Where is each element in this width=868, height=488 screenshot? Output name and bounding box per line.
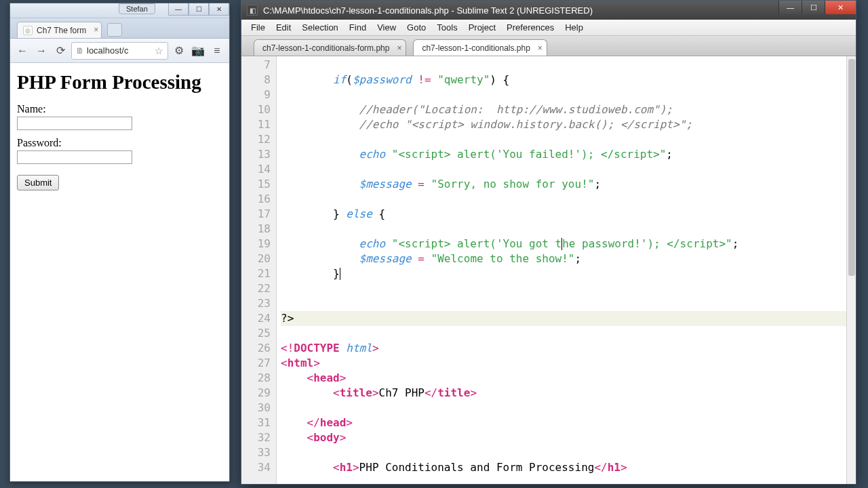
address-bar[interactable]: 🗎 localhost/c ☆ <box>71 42 168 60</box>
back-button[interactable]: ← <box>14 43 31 59</box>
submit-button[interactable]: Submit <box>17 175 59 190</box>
menu-view[interactable]: View <box>372 22 401 33</box>
close-button[interactable]: ✕ <box>209 3 229 16</box>
browser-tabstrip: ◎ Ch7 The form × <box>10 18 229 39</box>
browser-window: Stefan — ☐ ✕ ◎ Ch7 The form × ← → ⟳ 🗎 lo… <box>9 3 230 482</box>
new-tab-button[interactable] <box>107 23 122 37</box>
maximize-button[interactable]: ☐ <box>189 3 209 16</box>
name-input[interactable] <box>17 117 132 130</box>
password-label: Password: <box>17 137 222 149</box>
menu-find[interactable]: Find <box>344 22 372 33</box>
editor-titlebar: ◧ C:\MAMP\htdocs\ch7-lesson-1-conditiona… <box>241 1 856 20</box>
reload-button[interactable]: ⟳ <box>52 43 68 59</box>
menu-icon[interactable]: ≡ <box>209 43 225 59</box>
menu-goto[interactable]: Goto <box>401 22 431 33</box>
forward-button[interactable]: → <box>33 43 50 59</box>
editor-tabstrip: ch7-lesson-1-conditionals-form.php × ch7… <box>241 36 856 56</box>
page-body: PHP Form Processing Name: Password: Subm… <box>10 63 229 481</box>
menu-edit[interactable]: Edit <box>271 22 296 33</box>
editor-tab-label: ch7-lesson-1-conditionals-form.php <box>262 43 389 53</box>
editor-tab-conditionals[interactable]: ch7-lesson-1-conditionals.php × <box>413 39 547 56</box>
editor-minimize-button[interactable]: — <box>778 1 802 14</box>
editor-close-button[interactable]: ✕ <box>825 1 856 14</box>
menu-selection[interactable]: Selection <box>296 22 343 33</box>
window-title: C:\MAMP\htdocs\ch7-lesson-1-conditionals… <box>263 5 593 16</box>
editor-window-controls: — ☐ ✕ <box>778 1 856 14</box>
bookmark-star-icon[interactable]: ☆ <box>155 45 163 56</box>
user-badge[interactable]: Stefan <box>119 3 155 14</box>
menu-bar: File Edit Selection Find View Goto Tools… <box>241 20 856 36</box>
vertical-scrollbar[interactable] <box>846 56 856 484</box>
editor-window: ◧ C:\MAMP\htdocs\ch7-lesson-1-conditiona… <box>241 0 856 485</box>
settings-gear-icon[interactable]: ⚙ <box>171 43 187 59</box>
tab-title: Ch7 The form <box>37 26 86 35</box>
menu-file[interactable]: File <box>245 22 271 33</box>
editor-tab-form[interactable]: ch7-lesson-1-conditionals-form.php × <box>254 39 406 56</box>
url-text: localhost/c <box>87 45 128 56</box>
line-number-gutter: 7891011121314151617181920212223242526272… <box>241 56 277 484</box>
favicon-icon: ◎ <box>23 26 33 35</box>
browser-titlebar: Stefan — ☐ ✕ <box>10 3 229 18</box>
screenshot-camera-icon[interactable]: 📷 <box>190 43 206 59</box>
menu-project[interactable]: Project <box>463 22 501 33</box>
page-icon: 🗎 <box>76 46 84 56</box>
menu-preferences[interactable]: Preferences <box>501 22 559 33</box>
page-heading: PHP Form Processing <box>17 71 222 94</box>
code-editor[interactable]: if($password != "qwerty") { //header("Lo… <box>277 56 856 484</box>
password-input[interactable] <box>17 150 132 164</box>
tab-close-icon[interactable]: × <box>538 43 542 53</box>
tab-close-icon[interactable]: × <box>397 43 401 53</box>
menu-tools[interactable]: Tools <box>431 22 462 33</box>
menu-help[interactable]: Help <box>559 22 589 33</box>
editor-tab-label: ch7-lesson-1-conditionals.php <box>422 43 530 53</box>
scrollbar-thumb[interactable] <box>848 59 855 276</box>
tab-close-icon[interactable]: × <box>94 25 98 35</box>
app-icon: ◧ <box>247 5 258 16</box>
minimize-button[interactable]: — <box>168 3 189 16</box>
browser-tab[interactable]: ◎ Ch7 The form × <box>17 22 102 38</box>
browser-toolbar: ← → ⟳ 🗎 localhost/c ☆ ⚙ 📷 ≡ <box>10 39 229 63</box>
name-label: Name: <box>17 103 222 115</box>
window-controls: — ☐ ✕ <box>168 3 229 16</box>
editor-maximize-button[interactable]: ☐ <box>802 1 825 14</box>
editor-area: 7891011121314151617181920212223242526272… <box>241 56 856 484</box>
